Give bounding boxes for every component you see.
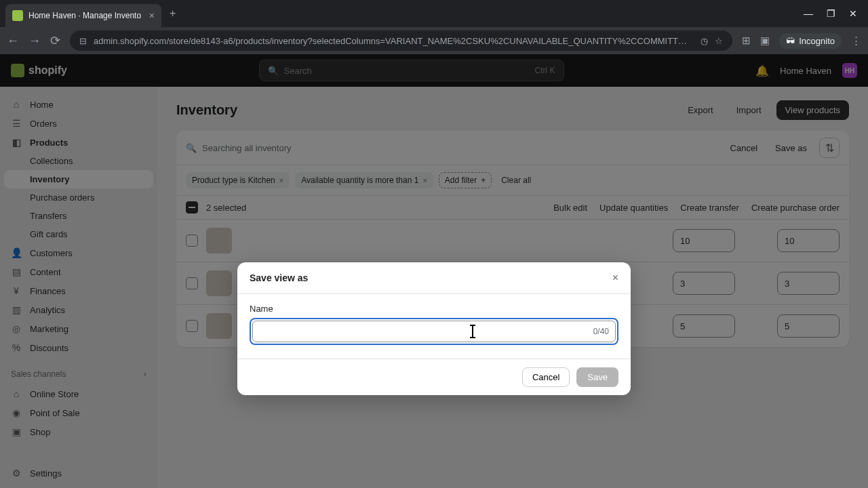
browser-tab[interactable]: Home Haven · Manage Invento ×: [5, 4, 161, 27]
save-view-modal: Save view as × Name 0/40 Cancel Save: [237, 262, 631, 395]
close-modal-icon[interactable]: ×: [612, 272, 618, 284]
browser-tabstrip: Home Haven · Manage Invento × + — ❐ ✕: [0, 0, 868, 27]
modal-cancel-button[interactable]: Cancel: [522, 367, 570, 387]
address-bar[interactable]: ⊟ admin.shopify.com/store/de8143-a6/prod…: [70, 30, 732, 51]
tracking-icon[interactable]: ◷: [701, 36, 708, 46]
extensions-icon[interactable]: ⊞: [742, 35, 751, 47]
site-info-icon[interactable]: ⊟: [79, 36, 87, 46]
back-button[interactable]: ←: [7, 34, 19, 48]
browser-toolbar: ← → ⟳ ⊟ admin.shopify.com/store/de8143-a…: [0, 27, 868, 54]
reload-button[interactable]: ⟳: [50, 33, 60, 48]
sidepanel-icon[interactable]: ▣: [760, 35, 770, 47]
url-text: admin.shopify.com/store/de8143-a6/produc…: [94, 36, 694, 46]
modal-save-button[interactable]: Save: [576, 367, 618, 387]
browser-menu-icon[interactable]: ⋮: [851, 35, 861, 47]
bookmark-icon[interactable]: ☆: [715, 36, 723, 46]
incognito-badge[interactable]: 🕶 Incognito: [779, 33, 842, 49]
forward-button[interactable]: →: [28, 34, 41, 48]
window-controls: — ❐ ✕: [804, 8, 868, 19]
shopify-favicon: [12, 10, 23, 21]
incognito-icon: 🕶: [786, 36, 795, 46]
char-counter: 0/40: [593, 327, 609, 336]
tab-close-icon[interactable]: ×: [149, 10, 155, 21]
text-cursor-icon: [472, 325, 473, 338]
tab-title: Home Haven · Manage Invento: [28, 11, 144, 20]
new-tab-button[interactable]: +: [170, 7, 176, 20]
maximize-icon[interactable]: ❐: [827, 8, 835, 19]
name-input[interactable]: [252, 321, 616, 342]
close-window-icon[interactable]: ✕: [849, 8, 857, 19]
modal-title: Save view as: [250, 272, 308, 283]
app-root: shopify 🔍 Search Ctrl K 🔔 Home Haven HH …: [0, 54, 868, 488]
name-field-wrap: 0/40: [250, 318, 618, 345]
name-label: Name: [250, 304, 618, 314]
minimize-icon[interactable]: —: [804, 8, 813, 19]
